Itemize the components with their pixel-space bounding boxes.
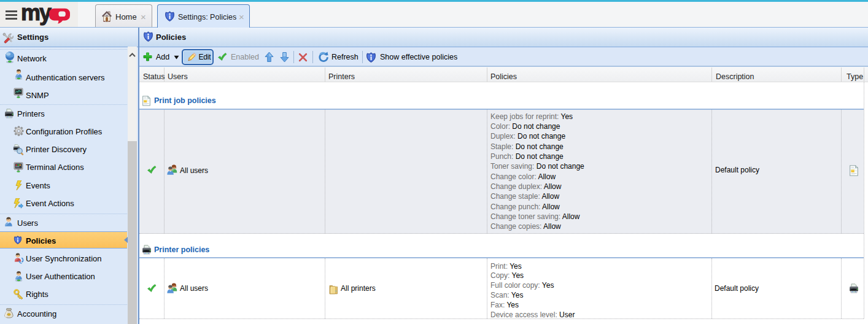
svg-text:my: my [21,3,52,25]
